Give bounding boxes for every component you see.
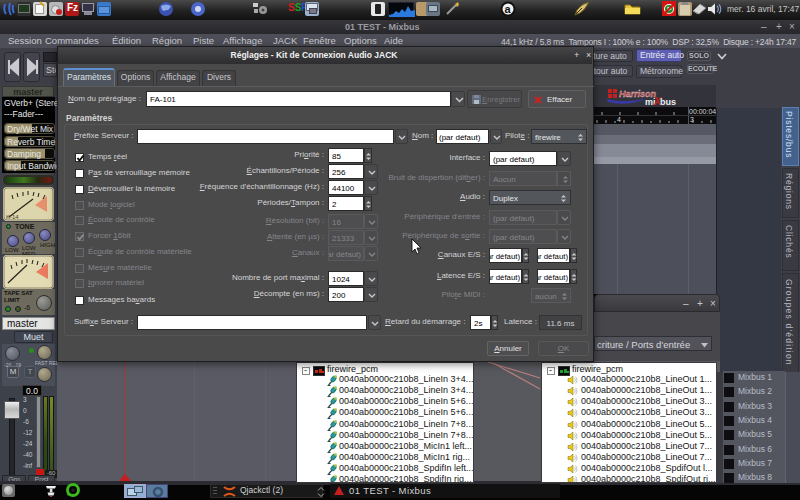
svg-text:K-14: K-14 [6, 214, 19, 220]
svg-text:bus: bus [660, 97, 676, 107]
svg-text:a: a [505, 3, 512, 15]
